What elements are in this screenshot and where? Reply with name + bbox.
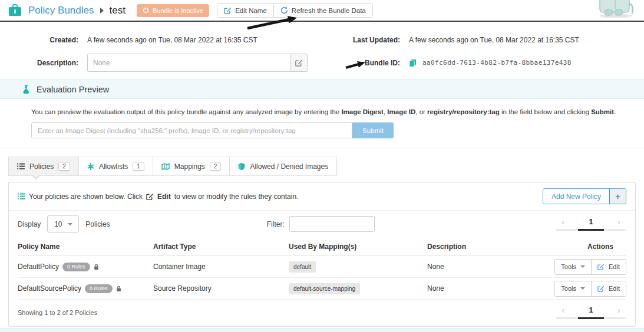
tab-policies[interactable]: Policies 2 [8, 157, 79, 176]
tools-dropdown-button[interactable]: Tools [555, 281, 591, 296]
table-row: DefaultSourcePolicy 0 Rules Source Repos… [18, 278, 626, 300]
refresh-bundle-label: Refresh the Bundle Data [292, 7, 366, 14]
bundle-name: test [110, 5, 126, 16]
evaluation-hint: You can preview the evaluation output of… [31, 108, 644, 115]
col-artifact-type: Artifact Type [153, 243, 289, 251]
pencil-square-icon [597, 285, 605, 292]
col-policy-name: Policy Name [18, 243, 153, 251]
bundle-id-label: Bundle ID: [322, 59, 400, 67]
policy-name: DefaultSourcePolicy [18, 284, 81, 293]
add-new-policy-button[interactable]: Add New Policy + [543, 188, 626, 204]
evaluation-preview-title: Evaluation Preview [37, 85, 109, 94]
tab-policies-count: 2 [58, 162, 70, 171]
col-actions: Actions [554, 243, 626, 251]
breadcrumb-caret-icon [100, 8, 104, 14]
active-tab-notch [32, 172, 39, 179]
map-icon [161, 163, 170, 170]
flask-icon [22, 85, 30, 94]
showing-summary: Showing 1 to 2 of 2 Policies [18, 309, 97, 316]
tab-allowlists[interactable]: Allowlists 1 [79, 157, 153, 176]
policies-panel: Your policies are shown below. Click Edi… [8, 182, 636, 327]
last-updated-label: Last Updated: [322, 36, 400, 44]
tab-mappings-count: 2 [210, 162, 222, 171]
chevron-down-icon [580, 287, 585, 290]
rules-count-badge: 0 Rules [85, 284, 113, 293]
lock-icon [116, 285, 121, 292]
pagination-track [556, 317, 626, 319]
next-page-icon[interactable]: › [617, 217, 620, 226]
page-size-select[interactable]: 10 [47, 215, 79, 233]
filter-input[interactable] [289, 216, 375, 232]
pencil-square-icon-dark [146, 192, 154, 200]
image-digest-input[interactable] [31, 122, 352, 138]
description-input-group [87, 54, 308, 72]
filter-group: Filter: [267, 216, 375, 232]
chevron-down-icon [580, 265, 585, 268]
pencil-square-icon [597, 263, 605, 270]
page-title[interactable]: Policy Bundles [28, 5, 94, 16]
evaluation-input-row: Submit [31, 122, 644, 138]
display-group: Display 10 Policies [18, 215, 110, 233]
tab-mappings[interactable]: Mappings 2 [153, 157, 230, 176]
pencil-square-icon [224, 6, 232, 14]
chevron-down-icon [68, 223, 72, 225]
briefcase-icon [8, 4, 22, 16]
note-edit-word: Edit [157, 192, 171, 201]
submit-button[interactable]: Submit [352, 122, 394, 138]
tab-allowed-denied-images[interactable]: Allowed / Denied Images [230, 157, 337, 176]
add-new-policy-label: Add New Policy [543, 189, 609, 204]
list-icon [17, 163, 25, 170]
pagination-indicator [578, 229, 604, 231]
description-edit-button[interactable] [290, 54, 308, 72]
col-used-by-mapping: Used By Mapping(s) [289, 243, 427, 251]
asterisk-icon [87, 163, 94, 170]
artifact-type: Source Repository [153, 284, 289, 293]
row-actions-group: Tools Edit [554, 281, 626, 297]
description-row: Description: [0, 53, 322, 72]
artifact-type: Container Image [153, 263, 289, 271]
description-input[interactable] [87, 54, 290, 72]
evaluation-preview-header: Evaluation Preview [0, 79, 644, 99]
created-label: Created: [0, 36, 78, 44]
prev-page-icon[interactable]: ‹ [562, 306, 564, 314]
mapping-badge: default [289, 261, 316, 273]
pagination-bottom: ‹ 1 › [556, 306, 626, 319]
filter-label: Filter: [267, 220, 285, 228]
refresh-bundle-button[interactable]: Refresh the Bundle Data [273, 4, 372, 17]
table-row: DefaultPolicy 0 Rules Container Image de… [18, 256, 626, 278]
mapping-badge: default-source-mapping [289, 283, 360, 294]
policies-table: Policy Name Artifact Type Used By Mappin… [9, 237, 635, 300]
header: Policy Bundles test Bundle is Inactive E… [0, 0, 644, 22]
section-divider [0, 148, 644, 148]
note-pre: Your policies are shown below. Click [29, 192, 143, 201]
page-size-value: 10 [54, 220, 62, 228]
mascot-illustration [598, 0, 636, 18]
policy-name: DefaultPolicy [18, 263, 59, 271]
edit-policy-button[interactable]: Edit [591, 281, 626, 296]
status-badge: Bundle is Inactive [137, 4, 209, 17]
policy-description: None [427, 263, 554, 271]
table-header-row: Policy Name Artifact Type Used By Mappin… [18, 237, 626, 256]
next-page-icon[interactable]: › [617, 306, 620, 314]
edit-name-button[interactable]: Edit Name [217, 4, 273, 17]
last-updated-row: Last Updated: A few seconds ago on Tue, … [322, 30, 644, 49]
tools-dropdown-button[interactable]: Tools [555, 260, 591, 274]
panel-footer: Showing 1 to 2 of 2 Policies ‹ 1 › [9, 300, 635, 326]
prev-page-icon[interactable]: ‹ [562, 217, 564, 226]
tab-allowlists-count: 1 [133, 162, 144, 171]
plus-icon: + [609, 189, 626, 204]
current-page-number[interactable]: 1 [589, 306, 593, 314]
bundle-tabs: Policies 2 Allowlists 1 Mappings 2 Allow… [8, 157, 644, 176]
current-page-number[interactable]: 1 [589, 218, 593, 226]
power-icon [143, 7, 149, 14]
edit-policy-button[interactable]: Edit [591, 260, 626, 274]
panel-header: Your policies are shown below. Click Edi… [9, 182, 635, 211]
pagination-top: ‹ 1 › [556, 217, 626, 231]
status-badge-label: Bundle is Inactive [153, 7, 203, 14]
policy-description: None [427, 284, 554, 293]
row-actions-group: Tools Edit [554, 259, 626, 275]
description-label: Description: [0, 59, 78, 67]
tab-mappings-label: Mappings [174, 162, 205, 171]
copy-icon[interactable] [409, 59, 417, 67]
tab-policies-label: Policies [29, 162, 54, 171]
